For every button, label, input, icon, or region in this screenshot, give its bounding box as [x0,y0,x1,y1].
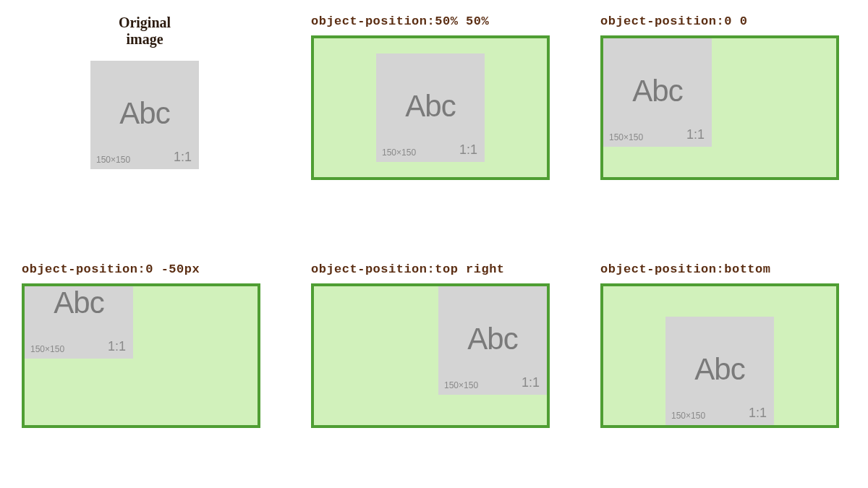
placeholder-dims: 150×150 [382,147,416,158]
placeholder-abc: Abc [694,351,744,386]
heading-original-line2: image [126,31,163,47]
heading-original: Original image [119,14,171,48]
placeholder-image-top-right: Abc 150×150 1:1 [438,286,547,395]
label-top-right: object-position:top right [311,262,505,276]
label-50-50: object-position:50% 50% [311,14,489,28]
label-0-m50: object-position:0 -50px [22,262,200,276]
placeholder-ratio: 1:1 [174,150,192,165]
placeholder-image-original: Abc 150×150 1:1 [90,61,199,169]
box-top-right: Abc 150×150 1:1 [311,283,550,428]
placeholder-abc: Abc [54,285,103,320]
label-0-0: object-position:0 0 [600,14,747,28]
box-0-m50: Abc 150×150 1:1 [22,283,260,428]
placeholder-ratio: 1:1 [749,406,767,421]
cell-0-m50: object-position:0 -50px Abc 150×150 1:1 [22,262,268,474]
placeholder-ratio: 1:1 [459,142,477,158]
placeholder-ratio: 1:1 [108,339,126,354]
placeholder-ratio: 1:1 [686,127,705,142]
box-50-50: Abc 150×150 1:1 [311,35,550,180]
placeholder-dims: 150×150 [96,155,130,165]
placeholder-image-50-50: Abc 150×150 1:1 [376,53,485,162]
placeholder-image-0-0: Abc 150×150 1:1 [603,38,712,147]
placeholder-ratio: 1:1 [522,375,540,390]
placeholder-dims: 150×150 [609,132,643,142]
placeholder-dims: 150×150 [444,380,478,390]
cell-bottom: object-position:bottom Abc 150×150 1:1 [600,262,846,474]
cell-50-50: object-position:50% 50% Abc 150×150 1:1 [311,14,557,226]
box-0-0: Abc 150×150 1:1 [600,35,839,180]
placeholder-image-0-m50: Abc 150×150 1:1 [25,283,133,359]
cell-top-right: object-position:top right Abc 150×150 1:… [311,262,557,474]
placeholder-abc: Abc [632,74,682,108]
placeholder-dims: 150×150 [671,411,705,421]
placeholder-image-bottom: Abc 150×150 1:1 [665,317,774,425]
placeholder-abc: Abc [467,321,517,356]
placeholder-dims: 150×150 [30,344,64,354]
placeholder-abc: Abc [119,96,169,131]
label-bottom: object-position:bottom [600,262,770,276]
demo-grid: Original image Abc 150×150 1:1 object-po… [22,14,846,474]
placeholder-abc: Abc [405,89,455,124]
heading-original-line1: Original [119,14,171,30]
box-bottom: Abc 150×150 1:1 [600,283,839,428]
cell-original: Original image Abc 150×150 1:1 [22,14,268,226]
cell-0-0: object-position:0 0 Abc 150×150 1:1 [600,14,846,226]
